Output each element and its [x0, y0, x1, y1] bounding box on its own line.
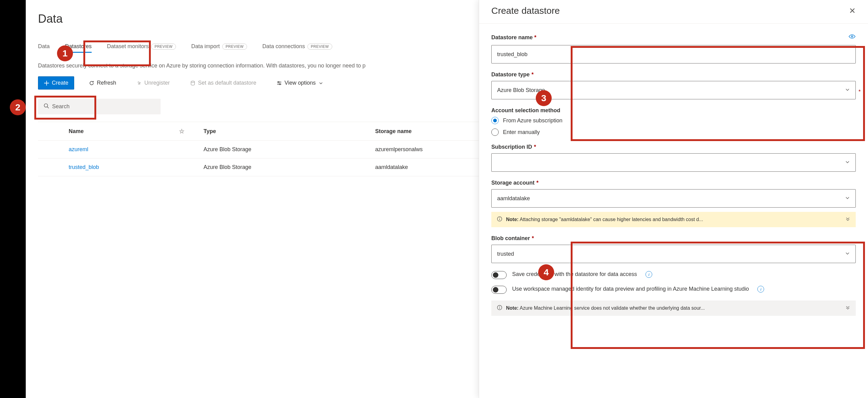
unregister-button[interactable]: Unregister: [131, 76, 175, 89]
chevron-double-down-icon[interactable]: [845, 305, 850, 311]
tab-data-import[interactable]: Data import PREVIEW: [191, 41, 247, 52]
row-type: Azure Blob Storage: [204, 164, 375, 171]
storage-account-select[interactable]: aamldatalake: [491, 189, 856, 208]
radio-label: Enter manually: [503, 129, 540, 135]
view-options-label: View options: [284, 80, 316, 86]
toggle-switch[interactable]: [491, 286, 507, 294]
info-icon: [497, 216, 502, 223]
blob-container-select[interactable]: trusted: [491, 245, 856, 263]
refresh-icon: [89, 80, 94, 86]
label-blob: Blob container: [491, 235, 530, 242]
datastore-type-select[interactable]: Azure Blob Storage: [491, 81, 856, 99]
info-icon[interactable]: i: [646, 271, 652, 278]
radio-icon: [491, 117, 499, 124]
subscription-select[interactable]: [491, 153, 856, 172]
chevron-down-icon: [845, 251, 850, 257]
required-marker: *: [531, 71, 534, 78]
field-storage-account: Storage account * aamldatalake Note: Att…: [491, 180, 856, 227]
tab-datastores[interactable]: Datastores: [65, 41, 92, 52]
required-marker: *: [859, 89, 861, 95]
preview-badge: PREVIEW: [151, 43, 176, 50]
label-type: Datastore type: [491, 71, 530, 78]
svg-point-1: [278, 81, 279, 83]
search-placeholder: Search: [52, 103, 69, 110]
view-options-button[interactable]: View options: [271, 76, 329, 89]
info-icon: [497, 305, 502, 311]
svg-point-3: [44, 104, 48, 107]
field-datastore-name: Datastore name * trusted_blob: [491, 33, 856, 63]
svg-point-6: [499, 218, 500, 218]
label-storage: Storage account: [491, 180, 534, 186]
close-icon[interactable]: ✕: [849, 6, 856, 16]
tab-dataset-monitors[interactable]: Dataset monitors PREVIEW: [107, 41, 176, 52]
toggle-managed-identity[interactable]: Use workspace managed identity for data …: [491, 286, 856, 294]
eye-icon[interactable]: [848, 33, 856, 42]
radio-from-subscription[interactable]: From Azure subscription: [491, 117, 856, 124]
validation-note[interactable]: Note: Azure Machine Learning service doe…: [491, 301, 856, 316]
select-value: Azure Blob Storage: [497, 87, 545, 94]
required-marker: *: [534, 34, 536, 40]
row-name[interactable]: azureml: [69, 146, 179, 153]
label-name: Datastore name: [491, 34, 533, 40]
toggle-label: Use workspace managed identity for data …: [512, 286, 749, 292]
left-gutter: [0, 0, 26, 398]
unregister-icon: [136, 80, 142, 86]
settings-icon: [276, 80, 282, 86]
preview-badge: PREVIEW: [307, 43, 332, 50]
unregister-label: Unregister: [144, 80, 170, 86]
radio-enter-manually[interactable]: Enter manually: [491, 128, 856, 136]
set-default-button[interactable]: Set as default datastore: [185, 76, 262, 89]
note-text: Note: Attaching storage "aamldatalake" c…: [506, 217, 703, 222]
tab-label: Datastores: [65, 43, 92, 50]
create-button[interactable]: Create: [38, 76, 74, 90]
field-blob-container: Blob container * trusted: [491, 235, 856, 263]
panel-body: Datastore name * trusted_blob Datastore …: [479, 24, 868, 325]
star-icon[interactable]: ☆: [179, 128, 185, 135]
search-input[interactable]: Search: [38, 99, 161, 114]
info-icon[interactable]: i: [757, 286, 764, 293]
required-marker: *: [536, 180, 538, 186]
tab-data[interactable]: Data: [38, 41, 50, 52]
svg-point-0: [191, 81, 194, 83]
field-account-method: Account selection method From Azure subs…: [491, 107, 856, 136]
label-account-method: Account selection method: [491, 107, 560, 114]
col-name[interactable]: Name: [69, 128, 179, 134]
input-value: trusted_blob: [497, 51, 527, 58]
radio-icon: [491, 128, 499, 136]
search-icon: [43, 103, 49, 110]
tab-label: Data connections: [262, 43, 305, 50]
tab-data-connections[interactable]: Data connections PREVIEW: [262, 41, 332, 52]
panel-header: Create datastore ✕: [479, 0, 868, 24]
toggle-save-credentials[interactable]: Save credentials with the datastore for …: [491, 271, 856, 279]
chevron-down-icon: [845, 195, 850, 202]
storage-note[interactable]: Note: Attaching storage "aamldatalake" c…: [491, 212, 856, 227]
tab-label: Data: [38, 43, 50, 50]
refresh-label: Refresh: [97, 80, 116, 86]
toggle-label: Save credentials with the datastore for …: [512, 271, 637, 277]
svg-point-8: [499, 306, 500, 307]
create-datastore-panel: Create datastore ✕ Datastore name * trus…: [479, 0, 868, 398]
datastore-icon: [190, 80, 195, 86]
tab-label: Data import: [191, 43, 220, 50]
refresh-button[interactable]: Refresh: [83, 76, 122, 89]
select-value: aamldatalake: [497, 195, 530, 202]
row-type: Azure Blob Storage: [204, 146, 375, 153]
radio-label: From Azure subscription: [503, 117, 562, 124]
create-label: Create: [52, 80, 68, 86]
chevron-down-icon: [318, 80, 324, 86]
set-default-label: Set as default datastore: [198, 80, 256, 86]
datastore-name-input[interactable]: trusted_blob: [491, 45, 856, 63]
preview-badge: PREVIEW: [222, 43, 247, 50]
tab-label: Dataset monitors: [107, 43, 149, 50]
field-datastore-type: Datastore type * Azure Blob Storage *: [491, 71, 856, 99]
row-name[interactable]: trusted_blob: [69, 164, 179, 171]
required-marker: *: [534, 144, 536, 150]
note-text: Note: Azure Machine Learning service doe…: [506, 305, 705, 311]
select-value: trusted: [497, 251, 514, 257]
field-subscription: Subscription ID *: [491, 144, 856, 172]
chevron-down-icon: [845, 159, 850, 166]
toggle-switch[interactable]: [491, 271, 507, 279]
chevron-double-down-icon[interactable]: [845, 216, 850, 223]
col-type[interactable]: Type: [204, 128, 375, 134]
chevron-down-icon: [845, 87, 850, 94]
